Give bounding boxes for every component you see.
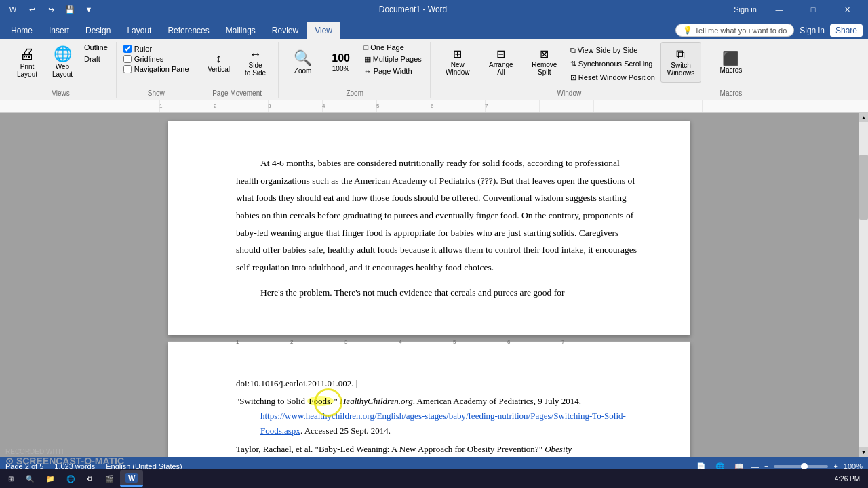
close-btn[interactable]: ✕ xyxy=(831,0,863,19)
views-content: 🖨 PrintLayout 🌐 WebLayout Outline Draft xyxy=(11,42,111,89)
zoom-100-btn[interactable]: 100 100% xyxy=(323,42,359,83)
new-window-label: NewWindow xyxy=(446,61,470,76)
sign-in-btn[interactable]: Sign in xyxy=(730,0,761,19)
page-width-btn[interactable]: ↔ Page Width xyxy=(361,66,425,77)
ribbon-group-page-movement: ↕ Vertical ↔ Sideto Side Page Movement xyxy=(197,42,279,98)
macros-content: ⬛ Macros xyxy=(714,42,748,89)
scrollbar-vertical[interactable]: ▲ ▼ xyxy=(859,113,868,457)
taskbar: ⊞ 🔍 📁 🌐 ⚙ 🎬 W 4:26 PM xyxy=(0,469,868,488)
zoom-icon: 🔍 xyxy=(294,51,312,66)
undo-btn[interactable]: ↩ xyxy=(24,2,39,17)
screencast-line1: RECORDED WITH xyxy=(5,448,124,455)
side-to-side-btn[interactable]: ↔ Sideto Side xyxy=(239,42,273,83)
outline-btn[interactable]: Outline xyxy=(81,42,111,53)
tab-layout[interactable]: Layout xyxy=(119,22,159,39)
page-movement-group-label: Page Movement xyxy=(212,89,262,98)
side-to-side-icon: ↔ xyxy=(250,48,262,60)
tell-me-input[interactable]: 💡 Tell me what you want to do xyxy=(675,24,795,37)
window-title: Document1 - Word xyxy=(96,5,730,14)
customize-btn[interactable]: ▼ xyxy=(81,2,96,17)
scroll-up-btn[interactable]: ▲ xyxy=(859,113,869,122)
window-group-label: Window xyxy=(557,89,582,98)
print-layout-label: PrintLayout xyxy=(17,63,37,78)
macros-btn[interactable]: ⬛ Macros xyxy=(714,42,748,83)
minimize-btn[interactable]: — xyxy=(764,0,795,19)
arrange-all-btn[interactable]: ⊟ ArrangeAll xyxy=(481,42,521,83)
settings-btn[interactable]: ⚙ xyxy=(81,470,98,487)
macros-icon: ⬛ xyxy=(722,52,739,65)
search-icon: 🔍 xyxy=(26,475,34,483)
zoom-slider[interactable] xyxy=(774,465,828,468)
view-side-by-side-btn[interactable]: ⧉ View Side by Side xyxy=(568,45,658,56)
nav-pane-checkbox[interactable]: Navigation Pane xyxy=(123,65,189,73)
share-button[interactable]: Share xyxy=(830,24,863,37)
nav-pane-checkbox-input[interactable] xyxy=(123,65,132,73)
draft-btn[interactable]: Draft xyxy=(81,54,111,64)
ruler-checkbox[interactable]: Ruler xyxy=(123,45,152,53)
vertical-btn[interactable]: ↕ Vertical xyxy=(202,42,236,83)
ribbon-group-window: ⊞ NewWindow ⊟ ArrangeAll ⊠ RemoveSplit ⧉… xyxy=(432,42,707,98)
zoom-small-btns: □ One Page ▦ Multiple Pages ↔ Page Width xyxy=(361,42,425,77)
remove-split-label: RemoveSplit xyxy=(532,61,557,76)
ribbon: 🖨 PrintLayout 🌐 WebLayout Outline Draft … xyxy=(0,39,868,100)
ref-taylor: Taylor, Rachael, et al. "Baby-Led Weanin… xyxy=(236,442,642,457)
ribbon-tabs: Home Insert Design Layout References Mai… xyxy=(0,19,868,39)
tab-view[interactable]: View xyxy=(307,22,340,39)
tab-home[interactable]: Home xyxy=(3,22,41,39)
one-page-btn[interactable]: □ One Page xyxy=(361,42,425,53)
document-area: At 4-6 months, babies are considered nut… xyxy=(0,113,868,457)
tab-mailings[interactable]: Mailings xyxy=(218,22,264,39)
side-to-side-label: Sideto Side xyxy=(245,62,266,77)
window-controls: Sign in — □ ✕ xyxy=(730,0,863,19)
media-icon: 🎬 xyxy=(105,475,113,483)
vertical-icon: ↕ xyxy=(216,52,222,64)
redo-btn[interactable]: ↪ xyxy=(43,2,58,17)
print-layout-btn[interactable]: 🖨 PrintLayout xyxy=(11,42,43,83)
macros-label: Macros xyxy=(720,66,743,74)
maximize-btn[interactable]: □ xyxy=(797,0,829,19)
browser-btn[interactable]: 🌐 xyxy=(61,470,80,487)
title-bar: W ↩ ↪ 💾 ▼ Document1 - Word Sign in — □ ✕ xyxy=(0,0,868,19)
synchronous-scrolling-btn[interactable]: ⇅ Synchronous Scrolling xyxy=(568,58,658,70)
web-layout-icon: 🌐 xyxy=(54,47,72,62)
media-btn[interactable]: 🎬 xyxy=(100,470,119,487)
start-icon: ⊞ xyxy=(8,475,14,483)
ribbon-group-show: Ruler Gridlines Navigation Pane Show xyxy=(118,42,195,98)
sign-in-link[interactable]: Sign in xyxy=(800,26,825,35)
scroll-thumb[interactable] xyxy=(859,155,868,220)
show-group-label: Show xyxy=(148,89,165,98)
scroll-down-btn[interactable]: ▼ xyxy=(859,447,869,457)
tab-insert[interactable]: Insert xyxy=(41,22,77,39)
word-taskbar-btn[interactable]: W xyxy=(120,470,143,487)
gridlines-checkbox-input[interactable] xyxy=(123,55,132,63)
screencast-brand: ⊙ SCREENCAST-O-MATIC xyxy=(5,455,124,466)
new-window-btn[interactable]: ⊞ NewWindow xyxy=(437,42,478,83)
folder-icon: 📁 xyxy=(46,475,54,483)
zoom-content: 🔍 Zoom 100 100% □ One Page ▦ Multiple Pa… xyxy=(285,42,425,89)
ruler-checkbox-input[interactable] xyxy=(123,45,132,53)
gridlines-checkbox[interactable]: Gridlines xyxy=(123,55,163,63)
word-taskbar-icon: W xyxy=(125,473,138,483)
ref-url[interactable]: https://www.healthychildren.org/English/… xyxy=(260,411,626,436)
tab-review[interactable]: Review xyxy=(264,22,307,39)
remove-split-btn[interactable]: ⊠ RemoveSplit xyxy=(524,42,565,83)
tab-design[interactable]: Design xyxy=(77,22,119,39)
document-scroll[interactable]: At 4-6 months, babies are considered nut… xyxy=(0,113,859,457)
multiple-pages-btn[interactable]: ▦ Multiple Pages xyxy=(361,54,425,65)
ref-doi: doi:10.1016/j.earloi.2011.01.002. | xyxy=(236,376,642,391)
arrange-all-icon: ⊟ xyxy=(496,49,505,60)
web-layout-btn[interactable]: 🌐 WebLayout xyxy=(46,42,79,83)
browser-icon: 🌐 xyxy=(66,475,75,483)
zoom-btn[interactable]: 🔍 Zoom xyxy=(285,42,321,83)
scroll-track[interactable] xyxy=(859,122,868,447)
arrange-all-label: ArrangeAll xyxy=(489,61,513,76)
ref-journal-italic: HealthyChildren.org xyxy=(340,396,413,406)
start-btn[interactable]: ⊞ xyxy=(3,470,19,487)
tab-references[interactable]: References xyxy=(159,22,217,39)
reset-window-btn[interactable]: ⊡ Reset Window Position xyxy=(568,72,658,83)
file-explorer-btn[interactable]: 📁 xyxy=(41,470,60,487)
web-layout-label: WebLayout xyxy=(52,63,73,78)
switch-windows-btn[interactable]: ⧉ Switch Windows xyxy=(660,42,701,83)
search-btn[interactable]: 🔍 xyxy=(20,470,39,487)
save-btn[interactable]: 💾 xyxy=(62,2,77,17)
